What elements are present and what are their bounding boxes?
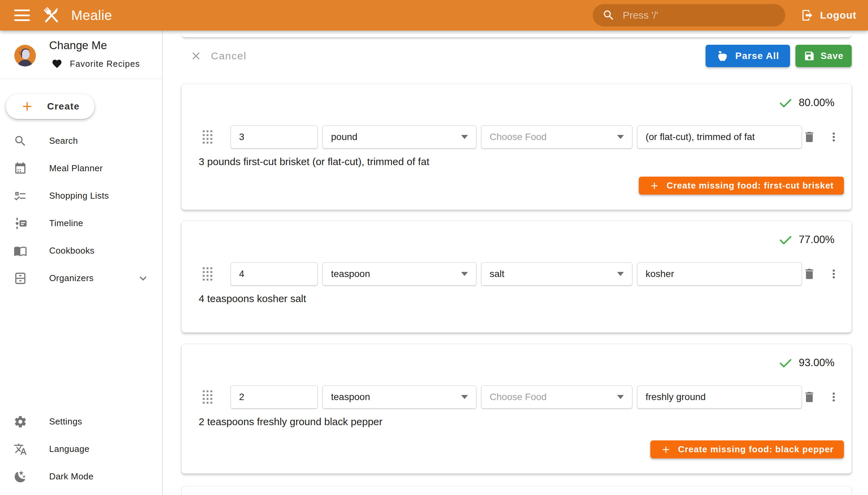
confidence-indicator: 93.00%: [779, 356, 834, 370]
sidebar-item-dark-mode[interactable]: Dark Mode: [0, 463, 162, 490]
original-ingredient-text: 4 teaspoons kosher salt: [199, 293, 306, 305]
ingredient-card: 93.00% teaspoon Choose Food: [182, 344, 852, 474]
quantity-input[interactable]: [239, 132, 309, 142]
sidebar-item-search[interactable]: Search: [0, 127, 162, 155]
quantity-field: [231, 386, 318, 409]
create-missing-food-button[interactable]: Create missing food: first-cut brisket: [639, 177, 844, 194]
quantity-field: [231, 262, 318, 286]
sidebar-item-timeline[interactable]: Timeline: [0, 209, 162, 237]
favorite-recipes-link[interactable]: Favorite Recipes: [52, 58, 140, 69]
food-select[interactable]: Choose Food: [481, 386, 632, 409]
global-search[interactable]: [593, 4, 785, 27]
ingredient-fields-row: pound Choose Food: [199, 125, 841, 149]
quantity-input[interactable]: [239, 392, 309, 403]
delete-ingredient-button[interactable]: [802, 130, 817, 144]
sidebar-bottom-nav: Settings Language Dark Mode: [0, 408, 162, 490]
apple-icon: [716, 50, 729, 62]
sidebar-item-label: Cookbooks: [49, 245, 95, 256]
note-input[interactable]: [646, 269, 794, 279]
note-input[interactable]: [646, 392, 794, 403]
unit-select[interactable]: teaspoon: [322, 262, 476, 286]
sidebar-item-label: Settings: [49, 416, 82, 427]
book-open-icon: [14, 244, 27, 258]
confidence-value: 80.00%: [799, 97, 834, 109]
check-icon: [779, 356, 793, 370]
logout-label: Logout: [820, 10, 856, 21]
sidebar-item-label: Language: [49, 444, 89, 454]
plus-icon: [20, 99, 34, 114]
favorite-recipes-label: Favorite Recipes: [70, 59, 140, 69]
chevron-down-icon[interactable]: [136, 272, 150, 285]
sidebar-item-language[interactable]: Language: [0, 435, 162, 463]
search-input[interactable]: [622, 9, 782, 21]
ingredient-card: 77.00% teaspoon salt: [182, 221, 852, 332]
calendar-icon: [14, 162, 27, 175]
dropdown-arrow-icon: [617, 135, 624, 139]
unit-value: pound: [331, 132, 457, 142]
sidebar-item-settings[interactable]: Settings: [0, 408, 162, 435]
drag-handle-icon[interactable]: [203, 390, 213, 404]
sidebar-item-label: Search: [49, 136, 78, 146]
create-missing-food-button[interactable]: Create missing food: black pepper: [650, 440, 844, 458]
note-field: [637, 386, 802, 409]
delete-ingredient-button[interactable]: [802, 390, 817, 405]
dropdown-arrow-icon: [617, 272, 624, 276]
original-ingredient-text: 2 teaspoons freshly ground black pepper: [199, 416, 382, 428]
more-options-icon[interactable]: [826, 267, 841, 281]
ingredient-card: 80.00% pound Choose Food: [182, 84, 852, 210]
food-value: salt: [490, 269, 613, 279]
confidence-value: 93.00%: [799, 357, 834, 369]
parse-all-button[interactable]: Parse All: [705, 45, 790, 67]
moon-icon: [14, 470, 27, 483]
plus-icon: [661, 444, 671, 455]
menu-icon[interactable]: [14, 10, 30, 21]
sidebar-item-label: Timeline: [49, 218, 83, 228]
quantity-input[interactable]: [239, 269, 309, 279]
save-icon: [804, 50, 815, 62]
user-name: Change Me: [49, 39, 107, 52]
sidebar-item-label: Organizers: [49, 273, 93, 284]
dropdown-arrow-icon: [461, 135, 468, 139]
logout-button[interactable]: Logout: [798, 5, 859, 25]
note-field: [637, 125, 802, 149]
search-icon: [602, 9, 615, 22]
confidence-indicator: 80.00%: [779, 96, 834, 110]
save-label: Save: [820, 51, 844, 62]
plus-icon: [649, 181, 660, 191]
check-icon: [779, 233, 793, 247]
more-options-icon[interactable]: [826, 130, 841, 144]
close-icon: [190, 50, 202, 62]
user-avatar[interactable]: [14, 45, 36, 66]
food-select[interactable]: Choose Food: [481, 125, 632, 149]
gear-icon: [14, 415, 27, 429]
cabinet-icon: [14, 272, 27, 285]
ingredient-card-partial: [182, 486, 852, 495]
cancel-button[interactable]: Cancel: [190, 50, 246, 62]
unit-select[interactable]: teaspoon: [322, 386, 476, 409]
more-options-icon[interactable]: [826, 390, 841, 405]
delete-ingredient-button[interactable]: [802, 267, 817, 281]
unit-value: teaspoon: [331, 392, 457, 403]
ingredient-fields-row: teaspoon Choose Food: [199, 386, 841, 409]
parser-toolbar: Cancel Parse All Save: [163, 45, 868, 67]
parse-all-label: Parse All: [735, 51, 780, 62]
main-content: Cancel Parse All Save 80.00%: [163, 31, 868, 495]
sidebar-item-label: Dark Mode: [49, 471, 93, 482]
save-button[interactable]: Save: [796, 45, 852, 67]
note-input[interactable]: [646, 132, 794, 142]
unit-select[interactable]: pound: [322, 125, 476, 149]
scrolled-card-bottom-edge: [182, 31, 852, 38]
sidebar-item-shopping-lists[interactable]: Shopping Lists: [0, 182, 162, 209]
note-field: [637, 262, 802, 286]
create-missing-food-label: Create missing food: black pepper: [678, 444, 834, 455]
food-select[interactable]: salt: [481, 262, 632, 286]
drag-handle-icon[interactable]: [203, 267, 213, 281]
drag-handle-icon[interactable]: [203, 130, 213, 144]
sidebar-item-organizers[interactable]: Organizers: [0, 264, 162, 292]
create-button[interactable]: Create: [6, 94, 95, 119]
translate-icon: [14, 442, 27, 456]
sidebar-item-cookbooks[interactable]: Cookbooks: [0, 237, 162, 264]
sidebar-item-label: Shopping Lists: [49, 190, 109, 201]
sidebar-item-meal-planner[interactable]: Meal Planner: [0, 155, 162, 182]
heart-icon: [52, 58, 62, 69]
